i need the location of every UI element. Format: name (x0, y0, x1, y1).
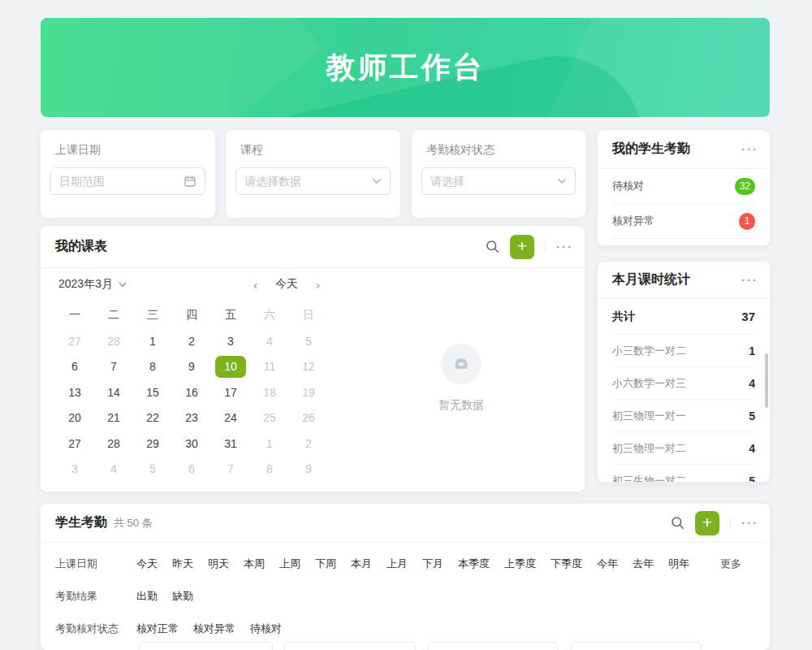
filter-option[interactable]: 今天 (136, 557, 158, 571)
calendar-day[interactable]: 1 (133, 328, 172, 354)
date-range-input[interactable] (50, 167, 205, 195)
filter-option[interactable]: 核对正常 (136, 622, 179, 636)
filter-option[interactable]: 明天 (208, 557, 229, 571)
calendar-day[interactable]: 3 (211, 328, 250, 354)
summary-row-pending[interactable]: 待核对 32 (612, 169, 755, 204)
calendar-day[interactable]: 4 (250, 328, 289, 354)
stat-row: 初三生物一对二5 (612, 465, 755, 482)
card-title: 本月课时统计 (612, 271, 690, 288)
calendar-day[interactable]: 29 (133, 431, 172, 457)
calendar-day[interactable]: 22 (133, 405, 172, 431)
filter-option[interactable]: 今年 (597, 557, 618, 571)
add-button[interactable]: + (695, 511, 719, 535)
next-month-button[interactable]: › (316, 278, 320, 292)
more-icon[interactable]: ··· (556, 240, 573, 253)
filter-option[interactable]: 待核对 (250, 622, 282, 636)
filter-option[interactable]: 上月 (387, 557, 408, 571)
calendar-day[interactable]: 7 (94, 354, 133, 380)
calendar-day[interactable]: 1 (250, 431, 289, 457)
course-select[interactable] (235, 167, 391, 195)
calendar-day[interactable]: 12 (289, 354, 328, 380)
filter-input-box[interactable] (428, 642, 559, 650)
summary-row-abnormal[interactable]: 核对异常 1 (612, 204, 755, 239)
more-filters-link[interactable]: 更多 (720, 557, 741, 571)
search-icon[interactable] (486, 240, 499, 254)
more-icon[interactable]: ··· (741, 143, 758, 155)
calendar-day[interactable]: 27 (55, 431, 94, 457)
filter-option[interactable]: 本月 (351, 557, 372, 571)
filter-option[interactable]: 下季度 (551, 557, 582, 571)
calendar-day[interactable]: 2 (172, 328, 211, 354)
calendar-day[interactable]: 28 (94, 328, 133, 354)
filter-option[interactable]: 去年 (633, 557, 654, 571)
check-status-select[interactable] (421, 167, 576, 195)
stat-name: 初三物理一对一 (612, 409, 686, 423)
more-icon[interactable]: ··· (741, 517, 758, 529)
calendar-day[interactable]: 18 (250, 379, 289, 405)
date-range-field[interactable] (59, 175, 184, 188)
calendar-day[interactable]: 6 (172, 457, 211, 483)
filter-option[interactable]: 上周 (279, 557, 300, 571)
filter-option[interactable]: 上季度 (504, 557, 536, 571)
calendar-day[interactable]: 19 (289, 379, 328, 405)
filter-input-box[interactable] (571, 642, 702, 650)
calendar-day[interactable]: 3 (55, 457, 94, 483)
calendar-day[interactable]: 17 (211, 379, 250, 405)
calendar-day[interactable]: 7 (211, 457, 250, 483)
calendar-weekday: 四 (172, 304, 211, 327)
check-status-select-field[interactable] (430, 175, 557, 188)
stat-row: 小三数学一对二1 (612, 335, 755, 367)
more-icon[interactable]: ··· (741, 274, 758, 286)
calendar-weekday: 日 (289, 304, 328, 327)
today-button[interactable]: 今天 (275, 277, 298, 292)
calendar-day-selected[interactable]: 10 (215, 356, 246, 378)
calendar-day[interactable]: 9 (289, 457, 328, 483)
month-select[interactable]: 2023年3月 (58, 277, 127, 292)
filter-option[interactable]: 缺勤 (172, 589, 193, 604)
calendar-day[interactable]: 31 (211, 431, 250, 457)
calendar-day[interactable]: 27 (55, 328, 94, 354)
filter-option[interactable]: 下月 (422, 557, 443, 571)
calendar-day[interactable]: 4 (94, 457, 133, 483)
calendar-day[interactable]: 5 (289, 328, 328, 354)
stat-value: 37 (741, 310, 755, 323)
filter-input-box[interactable] (139, 642, 273, 650)
calendar-day[interactable]: 14 (94, 379, 133, 405)
filter-option[interactable]: 核对异常 (193, 622, 235, 636)
calendar-day[interactable]: 15 (133, 379, 172, 405)
scrollbar-thumb[interactable] (765, 353, 768, 408)
card-title: 我的课表 (55, 238, 107, 255)
filter-option[interactable]: 昨天 (172, 557, 193, 571)
divider (545, 241, 546, 253)
calendar-day[interactable]: 6 (55, 354, 94, 380)
plus-icon: + (517, 237, 527, 254)
calendar-day[interactable]: 25 (250, 405, 289, 431)
calendar-day[interactable]: 30 (172, 431, 211, 457)
calendar-day[interactable]: 8 (133, 354, 172, 380)
calendar-day[interactable]: 24 (211, 405, 250, 431)
calendar-day[interactable]: 16 (172, 379, 211, 405)
filter-input-box[interactable] (284, 642, 416, 650)
calendar-day[interactable]: 5 (133, 457, 172, 483)
list-filter-row: 考勤结果出勤缺勤 (41, 580, 770, 613)
calendar-day[interactable]: 20 (55, 405, 94, 431)
calendar-day[interactable]: 23 (172, 405, 211, 431)
filter-option[interactable]: 下周 (315, 557, 336, 571)
calendar-day[interactable]: 11 (250, 354, 289, 380)
calendar-day[interactable]: 28 (94, 431, 133, 457)
filter-option[interactable]: 明年 (668, 557, 689, 571)
prev-month-button[interactable]: ‹ (253, 278, 257, 292)
course-select-field[interactable] (244, 175, 372, 188)
filter-option[interactable]: 出勤 (136, 589, 158, 604)
search-icon[interactable] (671, 516, 685, 530)
calendar-day[interactable]: 9 (172, 354, 211, 380)
filter-option[interactable]: 本周 (244, 557, 265, 571)
stat-row: 共计37 (612, 299, 755, 335)
calendar-day[interactable]: 8 (250, 457, 289, 483)
filter-option[interactable]: 本季度 (458, 557, 490, 571)
calendar-day[interactable]: 26 (289, 405, 328, 431)
add-button[interactable]: + (510, 235, 534, 259)
calendar-day[interactable]: 21 (94, 405, 133, 431)
calendar-day[interactable]: 2 (289, 431, 328, 457)
calendar-day[interactable]: 13 (55, 379, 94, 405)
